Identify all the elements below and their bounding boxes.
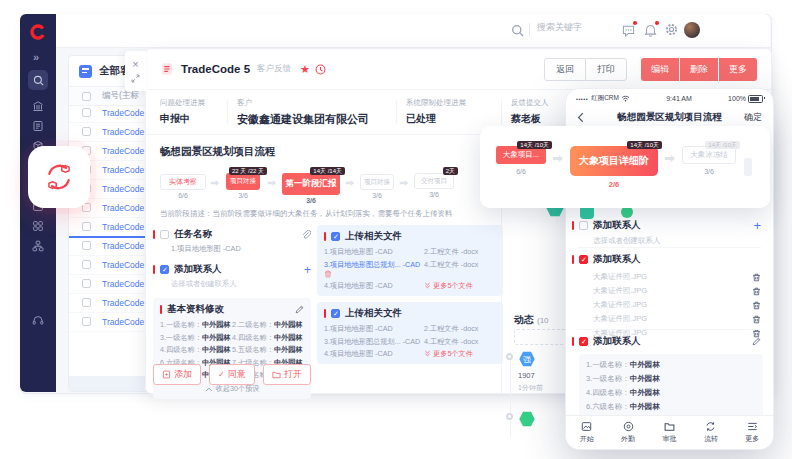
confirm-button[interactable]: 确定 bbox=[744, 111, 762, 124]
sidebar-item-apps[interactable] bbox=[32, 220, 44, 232]
flow-stage[interactable]: 2天 交付项目 3/6 bbox=[414, 165, 454, 198]
field-value: 蔡老板 bbox=[511, 112, 563, 126]
record-link[interactable]: TradeCode bbox=[102, 127, 144, 137]
star-icon[interactable]: ★ bbox=[300, 64, 310, 75]
more-files-link[interactable]: 更多5个文件 bbox=[424, 281, 496, 291]
task-checkbox[interactable] bbox=[160, 230, 169, 239]
paperclip-icon[interactable] bbox=[301, 230, 311, 240]
task-checkbox[interactable] bbox=[160, 265, 169, 274]
tab-more[interactable]: 更多 bbox=[732, 421, 773, 444]
row-checkbox[interactable] bbox=[82, 279, 91, 288]
sidebar-item-search[interactable] bbox=[28, 70, 48, 90]
user-avatar[interactable] bbox=[684, 22, 700, 38]
agree-button[interactable]: ✓同意 bbox=[209, 364, 255, 385]
tab-approval[interactable]: 审批 bbox=[649, 422, 690, 444]
folder-icon bbox=[272, 371, 281, 379]
flow-stage[interactable]: 实体考察 6/6 bbox=[160, 165, 206, 199]
task-checkbox[interactable] bbox=[331, 309, 340, 318]
row-checkbox[interactable] bbox=[82, 222, 91, 231]
settings-button[interactable] bbox=[665, 23, 678, 36]
print-button[interactable]: 打印 bbox=[585, 58, 627, 81]
flow-stage-current[interactable]: 14天 /10天 大象项目详细阶 2/6 bbox=[570, 138, 658, 189]
close-icon[interactable]: × bbox=[132, 59, 138, 69]
collapse-label: 收起30个预设 bbox=[216, 384, 260, 394]
back-chevron-icon[interactable] bbox=[577, 112, 584, 123]
edit-button[interactable]: 编辑 bbox=[641, 58, 679, 81]
trash-icon[interactable] bbox=[752, 273, 761, 282]
section-checkbox[interactable] bbox=[579, 221, 588, 230]
row-checkbox[interactable] bbox=[82, 260, 91, 269]
record-tag: 客户反馈 bbox=[257, 63, 291, 75]
more-button[interactable]: 更多 bbox=[719, 58, 757, 81]
task-card-name[interactable]: 任务名称 1.项目地地形图 -CAD bbox=[153, 225, 311, 257]
record-link[interactable]: TradeCode bbox=[102, 241, 144, 251]
flow-stage[interactable]: 14天 /10天 大象冰冻结 3/6 bbox=[682, 138, 736, 175]
tab-field-work[interactable]: 外勤 bbox=[607, 421, 648, 444]
tab-flow[interactable]: 流转 bbox=[690, 421, 731, 444]
record-link[interactable]: TradeCode bbox=[102, 260, 144, 270]
delete-button[interactable]: 删除 bbox=[680, 58, 718, 81]
stage-duration-badge: 14天 /10天 bbox=[705, 141, 740, 149]
stage-box: 实体考察 bbox=[160, 174, 206, 190]
upload-card-1[interactable]: 上传相关文件 1.项目地地形图 -CAD 2.工程文件 -docx 3.项目地地… bbox=[317, 225, 503, 296]
sidebar-item-company[interactable] bbox=[32, 100, 44, 112]
stage-duration-badge: 14天 /10天 bbox=[517, 141, 552, 149]
section-checkbox[interactable] bbox=[579, 337, 588, 346]
flow-stage[interactable]: 项目对接 3/6 bbox=[360, 165, 394, 199]
row-checkbox[interactable] bbox=[82, 317, 91, 326]
add-button[interactable]: 添加 bbox=[153, 364, 201, 385]
row-checkbox[interactable] bbox=[82, 127, 91, 136]
record-link[interactable]: TradeCode bbox=[102, 222, 144, 232]
phone-section-contact-2[interactable]: 添加联系人 大象证件照.JPG 大象证件照.JPG 大象证件照.JPG 大象证件… bbox=[566, 253, 773, 338]
plus-icon[interactable]: + bbox=[304, 265, 311, 275]
record-link[interactable]: TradeCode bbox=[102, 317, 144, 327]
record-link[interactable]: TradeCode bbox=[102, 146, 144, 156]
search-input[interactable] bbox=[537, 22, 627, 32]
tab-start[interactable]: 开始 bbox=[566, 421, 607, 444]
file-item: 4.工程文件 -docx bbox=[424, 337, 496, 347]
carrier-label: 红圈CRM bbox=[591, 94, 619, 103]
record-link[interactable]: TradeCode bbox=[102, 108, 144, 118]
record-link[interactable]: TradeCode bbox=[102, 184, 144, 194]
expand-icon[interactable] bbox=[131, 74, 140, 83]
pencil-icon[interactable] bbox=[295, 305, 304, 314]
record-link[interactable]: TradeCode bbox=[102, 298, 144, 308]
sidebar-item-org[interactable] bbox=[32, 240, 44, 252]
row-checkbox[interactable] bbox=[82, 298, 91, 307]
record-link[interactable]: TradeCode bbox=[102, 203, 144, 213]
sidebar-collapse-icon[interactable]: » bbox=[33, 51, 39, 63]
select-all-checkbox[interactable] bbox=[82, 92, 91, 101]
flow-stage[interactable]: 22 天 /22 天 项目对接 3/6 bbox=[224, 165, 262, 199]
task-card-contact[interactable]: 添加联系人+ 选择或者创建联系人 bbox=[153, 257, 311, 292]
messages-button[interactable] bbox=[622, 23, 635, 36]
watch-icon[interactable] bbox=[315, 64, 326, 75]
section-checkbox[interactable] bbox=[579, 255, 588, 264]
more-files-link[interactable]: 更多5个文件 bbox=[424, 349, 496, 359]
flow-stage[interactable]: 14天 /10天 大象项目... 6/6 bbox=[496, 138, 546, 175]
trash-icon[interactable] bbox=[752, 287, 761, 296]
more-menu-icon bbox=[747, 421, 758, 432]
flow-stage-current[interactable]: 14天 /14天 第一阶段汇报 3/6 bbox=[282, 165, 340, 204]
notifications-button[interactable] bbox=[644, 23, 657, 36]
battery-percent: 100% bbox=[728, 95, 746, 102]
row-checkbox[interactable] bbox=[82, 241, 91, 250]
row-checkbox[interactable] bbox=[82, 108, 91, 117]
sidebar-item-report[interactable] bbox=[32, 120, 44, 132]
open-button[interactable]: 打开 bbox=[263, 364, 311, 385]
trash-icon[interactable] bbox=[752, 315, 761, 324]
field: 反馈提交人蔡老板 bbox=[511, 98, 563, 126]
sidebar-item-support[interactable] bbox=[32, 314, 44, 326]
pencil-icon[interactable] bbox=[752, 337, 761, 346]
task-checkbox[interactable] bbox=[331, 232, 340, 241]
collapse-presets[interactable]: 收起30个预设 bbox=[160, 384, 304, 394]
upload-card-2[interactable]: 上传相关文件 1.项目地地形图 -CAD 2.工程文件 -docx 3.项目地地… bbox=[317, 302, 503, 364]
record-link[interactable]: TradeCode bbox=[102, 165, 144, 175]
search-icon[interactable] bbox=[511, 24, 524, 37]
trash-icon[interactable] bbox=[752, 301, 761, 310]
record-link[interactable]: TradeCode bbox=[102, 279, 144, 289]
phone-section-contact-1[interactable]: 添加联系人+ 选择或者创建联系人 bbox=[566, 219, 773, 246]
trash-icon[interactable] bbox=[324, 270, 332, 278]
plus-icon[interactable]: + bbox=[753, 220, 761, 231]
back-button[interactable]: 返回 bbox=[544, 58, 586, 81]
red-button-group: 编辑 删除 更多 bbox=[641, 58, 757, 81]
